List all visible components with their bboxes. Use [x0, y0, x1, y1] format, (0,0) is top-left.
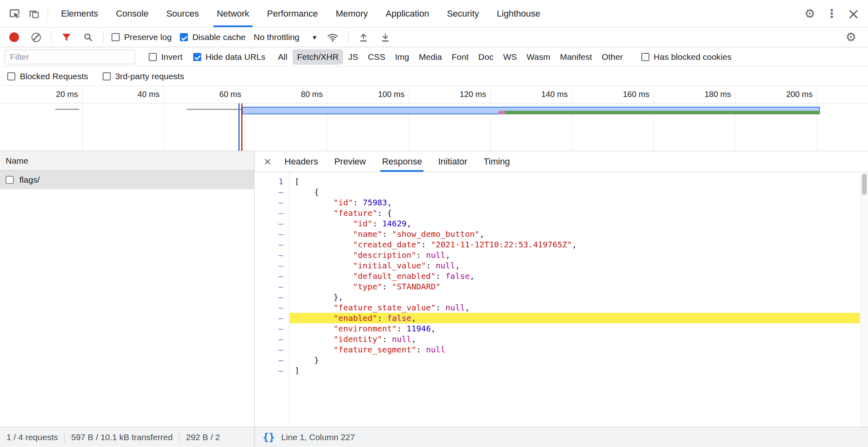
preserve-log-checkbox[interactable] — [112, 33, 120, 41]
fold-marker: – — [255, 334, 289, 344]
clear-icon — [32, 33, 41, 42]
code-line: "name": "show_demo_button", — [290, 229, 860, 239]
type-filter-all[interactable]: All — [274, 49, 292, 65]
third-party-requests-toggle[interactable]: 3rd-party requests — [103, 72, 184, 81]
type-filter-ws[interactable]: WS — [499, 49, 521, 65]
fold-marker: – — [255, 271, 289, 281]
tab-bar-right-controls: ⚙ ⋮ × — [800, 4, 863, 23]
network-settings-button[interactable]: ⚙ — [841, 27, 861, 47]
detail-tab-preview[interactable]: Preview — [332, 151, 368, 172]
timeline-tick-label: 180 ms — [666, 90, 731, 99]
tab-performance[interactable]: Performance — [258, 0, 327, 27]
tab-bar-separator — [48, 6, 48, 21]
disable-cache-toggle[interactable]: Disable cache — [180, 32, 246, 42]
tab-lighthouse[interactable]: Lighthouse — [488, 0, 549, 27]
editor-scrollbar[interactable] — [860, 172, 868, 427]
network-filter-bar: Invert Hide data URLs AllFetch/XHRJSCSSI… — [0, 47, 868, 67]
tab-elements[interactable]: Elements — [52, 0, 107, 27]
funnel-icon — [61, 32, 72, 43]
detail-tab-response[interactable]: Response — [379, 151, 424, 172]
response-editor[interactable]: 1–––––––––––––––––– [ { "id": 75983, "fe… — [255, 172, 868, 427]
more-options-button[interactable]: ⋮ — [822, 4, 841, 23]
invert-checkbox[interactable] — [149, 53, 157, 61]
code-line: "type": "STANDARD" — [290, 281, 860, 292]
blocked-requests-toggle[interactable]: Blocked Requests — [7, 72, 88, 81]
detail-tab-timing[interactable]: Timing — [481, 151, 512, 172]
toggle-device-toolbar-button[interactable] — [24, 4, 44, 23]
disable-cache-label: Disable cache — [192, 32, 246, 42]
request-table-panel: Name flags/ — [0, 151, 255, 427]
timeline-tick-label: 140 ms — [503, 90, 568, 99]
export-har-button[interactable] — [379, 27, 392, 47]
resources-size: 292 B / 2 — [179, 432, 226, 442]
disable-cache-checkbox[interactable] — [180, 33, 188, 41]
detail-tab-initiator[interactable]: Initiator — [436, 151, 470, 172]
tab-memory[interactable]: Memory — [327, 0, 377, 27]
has-blocked-cookies-checkbox[interactable] — [641, 53, 649, 61]
tab-console[interactable]: Console — [107, 0, 158, 27]
close-details-button[interactable]: × — [259, 155, 276, 169]
hide-data-urls-checkbox[interactable] — [193, 53, 201, 61]
filter-toggle-button[interactable] — [59, 27, 73, 47]
timeline-overview[interactable]: 20 ms40 ms60 ms80 ms100 ms120 ms140 ms16… — [0, 86, 868, 151]
request-checkbox[interactable] — [6, 176, 14, 184]
third-party-checkbox[interactable] — [103, 72, 111, 80]
search-button[interactable] — [81, 27, 95, 47]
invert-label: Invert — [161, 52, 183, 62]
type-filter-other[interactable]: Other — [597, 49, 628, 65]
type-filter-img[interactable]: Img — [391, 49, 414, 65]
filter-input[interactable] — [5, 50, 135, 64]
type-filter-css[interactable]: CSS — [363, 49, 390, 65]
gear-icon: ⚙ — [805, 8, 815, 20]
fold-marker: – — [255, 208, 289, 218]
code-line: "identity": null, — [290, 334, 860, 344]
code-line: "id": 14629, — [290, 218, 860, 229]
import-har-button[interactable] — [357, 27, 371, 47]
preserve-log-toggle[interactable]: Preserve log — [112, 32, 172, 42]
detail-tab-headers[interactable]: Headers — [282, 151, 320, 172]
request-row[interactable]: flags/ — [0, 171, 254, 189]
code-line: "initial_value": null, — [290, 260, 860, 271]
chevron-down-icon: ▼ — [312, 34, 318, 41]
device-toolbar-icon — [28, 8, 40, 20]
record-icon — [9, 32, 19, 42]
network-conditions-button[interactable] — [326, 27, 340, 47]
fold-marker: – — [255, 302, 289, 313]
invert-filter-toggle[interactable]: Invert — [149, 52, 183, 62]
kebab-menu-icon: ⋮ — [826, 8, 837, 19]
wifi-icon — [327, 32, 339, 43]
clear-network-log-button[interactable] — [29, 27, 43, 47]
record-network-log-button[interactable] — [7, 27, 21, 47]
type-filter-media[interactable]: Media — [415, 49, 447, 65]
type-filter-fetch-xhr[interactable]: Fetch/XHR — [293, 49, 343, 65]
inspect-element-button[interactable] — [5, 4, 24, 23]
throttling-dropdown[interactable]: No throttling ▼ — [254, 32, 318, 42]
fold-marker: – — [255, 313, 289, 323]
type-filter-font[interactable]: Font — [447, 49, 473, 65]
scrollbar-thumb[interactable] — [862, 174, 867, 195]
close-devtools-button[interactable]: × — [844, 4, 863, 23]
tab-application[interactable]: Application — [377, 0, 438, 27]
settings-button[interactable]: ⚙ — [800, 4, 820, 23]
transferred-size: 597 B / 10.1 kB transferred — [65, 432, 179, 442]
timeline-tick-label: 200 ms — [748, 90, 813, 99]
tab-sources[interactable]: Sources — [157, 0, 208, 27]
status-bar: 1 / 4 requests 597 B / 10.1 kB transferr… — [0, 427, 868, 447]
detail-tab-strip: HeadersPreviewResponseInitiatorTiming — [276, 151, 518, 172]
toolbar-separator — [51, 31, 51, 43]
has-blocked-cookies-toggle[interactable]: Has blocked cookies — [641, 52, 732, 62]
name-column-header[interactable]: Name — [0, 151, 254, 171]
type-filter-manifest[interactable]: Manifest — [556, 49, 596, 65]
tab-security[interactable]: Security — [438, 0, 488, 27]
blocked-requests-checkbox[interactable] — [7, 72, 15, 80]
hide-data-urls-toggle[interactable]: Hide data URLs — [193, 52, 265, 62]
tab-network[interactable]: Network — [208, 0, 258, 27]
type-filter-doc[interactable]: Doc — [474, 49, 498, 65]
type-filter-js[interactable]: JS — [344, 49, 363, 65]
type-filter-wasm[interactable]: Wasm — [522, 49, 555, 65]
code-line: } — [290, 355, 860, 365]
network-filter-bar-extra: Blocked Requests 3rd-party requests — [0, 67, 868, 86]
pretty-print-icon[interactable]: {} — [263, 431, 275, 443]
timeline-tick-label: 120 ms — [421, 90, 486, 99]
blocked-requests-label: Blocked Requests — [20, 72, 88, 81]
